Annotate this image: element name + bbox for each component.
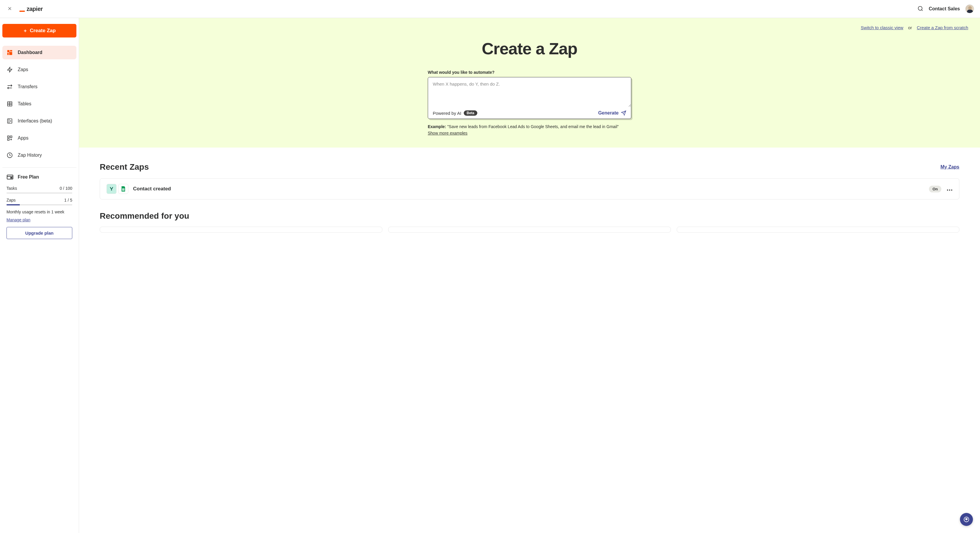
nav-transfers[interactable]: Transfers bbox=[2, 80, 76, 94]
zap-card-left: Contact created bbox=[107, 184, 171, 194]
plus-icon bbox=[23, 29, 27, 33]
beta-badge: Beta bbox=[464, 110, 477, 116]
recommended-cards bbox=[100, 227, 959, 233]
interfaces-icon bbox=[6, 118, 13, 124]
nav-zap-history[interactable]: Zap History bbox=[2, 148, 76, 162]
svg-rect-7 bbox=[10, 50, 12, 52]
nav-label: Tables bbox=[18, 101, 31, 107]
nav-list: Dashboard Zaps Transfers T bbox=[2, 43, 76, 162]
powered-by: Powered by AI Beta bbox=[433, 110, 477, 116]
logo-mark bbox=[19, 11, 25, 12]
recommended-card[interactable] bbox=[677, 227, 959, 233]
dashboard-icon bbox=[6, 49, 13, 56]
nav-label: Interfaces (beta) bbox=[18, 118, 52, 124]
recent-title: Recent Zaps bbox=[100, 162, 149, 172]
tables-icon bbox=[6, 101, 13, 107]
close-icon bbox=[7, 6, 13, 11]
create-zap-label: Create Zap bbox=[30, 28, 56, 34]
send-icon bbox=[621, 110, 626, 116]
main-content: Switch to classic view or Create a Zap f… bbox=[79, 18, 980, 533]
tasks-value: 0 / 100 bbox=[60, 186, 72, 191]
nav-label: Zaps bbox=[18, 67, 28, 72]
nav-apps[interactable]: Apps bbox=[2, 131, 76, 145]
prompt-box: Powered by AI Beta Generate bbox=[428, 77, 631, 119]
tasks-label: Tasks bbox=[6, 186, 17, 191]
logo-text: zapier bbox=[27, 6, 43, 13]
header-left: zapier bbox=[6, 5, 43, 13]
apps-icon bbox=[6, 135, 13, 141]
nav-label: Transfers bbox=[18, 84, 37, 89]
zap-name: Contact created bbox=[133, 186, 171, 192]
create-scratch-link[interactable]: Create a Zap from scratch bbox=[917, 25, 968, 30]
zap-card-right: On bbox=[929, 186, 953, 192]
zaps-label: Zaps bbox=[6, 198, 16, 203]
or-text: or bbox=[908, 25, 912, 30]
switch-classic-link[interactable]: Switch to classic view bbox=[861, 25, 903, 30]
plan-name: Free Plan bbox=[18, 174, 39, 180]
history-icon bbox=[6, 152, 13, 158]
zapier-logo[interactable]: zapier bbox=[19, 6, 43, 13]
search-button[interactable] bbox=[918, 6, 923, 13]
recommended-card[interactable] bbox=[100, 227, 382, 233]
reset-text: Monthly usage resets in 1 week bbox=[6, 209, 72, 214]
prompt-label: What would you like to automate? bbox=[428, 70, 631, 75]
svg-point-32 bbox=[947, 190, 948, 191]
prompt-section: What would you like to automate? Powered… bbox=[428, 70, 631, 136]
plan-icon bbox=[6, 174, 14, 180]
example-row: Example: "Save new leads from Facebook L… bbox=[428, 124, 631, 129]
help-fab[interactable] bbox=[960, 513, 973, 526]
zap-status[interactable]: On bbox=[929, 186, 941, 192]
svg-marker-10 bbox=[8, 67, 12, 72]
tasks-progress bbox=[6, 192, 72, 194]
nav-dashboard[interactable]: Dashboard bbox=[2, 46, 76, 59]
hero-title: Create a Zap bbox=[91, 39, 968, 58]
chat-icon bbox=[963, 516, 970, 523]
hero-section: Switch to classic view or Create a Zap f… bbox=[79, 18, 980, 148]
recommended-title: Recommended for you bbox=[100, 211, 959, 221]
user-avatar[interactable] bbox=[965, 5, 974, 13]
generate-button[interactable]: Generate bbox=[598, 110, 626, 116]
search-icon bbox=[918, 6, 923, 11]
nav-label: Zap History bbox=[18, 153, 42, 158]
svg-point-33 bbox=[949, 190, 950, 191]
manage-plan-link[interactable]: Manage plan bbox=[6, 217, 30, 222]
svg-line-3 bbox=[921, 10, 923, 11]
prompt-footer: Powered by AI Beta Generate bbox=[428, 108, 631, 119]
svg-point-2 bbox=[918, 6, 922, 10]
nav-tables[interactable]: Tables bbox=[2, 97, 76, 111]
upgrade-plan-button[interactable]: Upgrade plan bbox=[6, 227, 72, 239]
recommended-card[interactable] bbox=[388, 227, 671, 233]
prompt-input[interactable] bbox=[428, 77, 631, 107]
generate-label: Generate bbox=[598, 110, 619, 116]
example-prefix: Example: bbox=[428, 124, 446, 129]
contact-sales-link[interactable]: Contact Sales bbox=[929, 6, 960, 11]
close-button[interactable] bbox=[6, 5, 14, 13]
svg-rect-9 bbox=[9, 52, 12, 55]
nav-label: Dashboard bbox=[18, 50, 43, 55]
zap-more-button[interactable] bbox=[947, 186, 953, 192]
app-icon-yousign bbox=[107, 184, 116, 194]
svg-rect-18 bbox=[10, 136, 12, 138]
transfers-icon bbox=[6, 83, 13, 90]
sidebar: Create Zap Dashboard Zaps Tra bbox=[0, 18, 79, 533]
recent-header: Recent Zaps My Zaps bbox=[100, 162, 959, 172]
content-area: Recent Zaps My Zaps Contact created bbox=[79, 148, 980, 247]
more-icon bbox=[947, 189, 953, 191]
svg-point-36 bbox=[966, 519, 967, 520]
hero-links: Switch to classic view or Create a Zap f… bbox=[91, 25, 968, 30]
svg-rect-25 bbox=[11, 177, 12, 178]
create-zap-button[interactable]: Create Zap bbox=[2, 24, 76, 37]
app-icon-sheets bbox=[118, 184, 128, 194]
zap-card[interactable]: Contact created On bbox=[100, 178, 959, 199]
powered-text: Powered by AI bbox=[433, 111, 461, 116]
nav-label: Apps bbox=[18, 136, 28, 141]
app-icons bbox=[107, 184, 128, 194]
nav-interfaces[interactable]: Interfaces (beta) bbox=[2, 114, 76, 128]
svg-rect-19 bbox=[8, 139, 10, 140]
my-zaps-link[interactable]: My Zaps bbox=[940, 164, 959, 170]
zaps-progress bbox=[6, 204, 72, 206]
header-bar: zapier Contact Sales bbox=[0, 0, 980, 18]
nav-zaps[interactable]: Zaps bbox=[2, 63, 76, 77]
show-more-examples-link[interactable]: Show more examples bbox=[428, 131, 468, 136]
svg-point-34 bbox=[951, 190, 952, 191]
